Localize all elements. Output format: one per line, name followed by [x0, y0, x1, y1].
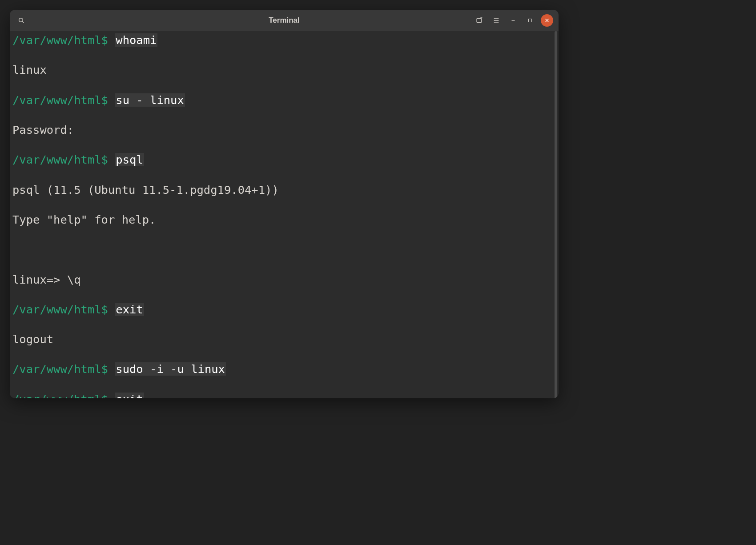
output-line: Password: — [12, 123, 551, 138]
shell-prompt: /var/www/html$ — [12, 362, 108, 376]
prompt-line: /var/www/html$ whoami — [12, 33, 551, 48]
prompt-line: /var/www/html$ exit — [12, 392, 551, 398]
shell-prompt: /var/www/html$ — [12, 93, 108, 107]
scrollbar[interactable] — [553, 31, 559, 398]
prompt-line: /var/www/html$ psql — [12, 152, 551, 168]
minimize-button[interactable] — [507, 14, 519, 27]
terminal-viewport: /var/www/html$ whoami linux /var/www/htm… — [10, 31, 559, 398]
psql-prompt-line: linux=> \q — [12, 272, 551, 288]
prompt-line: /var/www/html$ sudo -i -u linux — [12, 362, 551, 377]
new-tab-icon[interactable] — [473, 14, 486, 27]
svg-line-1 — [22, 21, 24, 23]
maximize-button[interactable] — [524, 14, 536, 27]
search-icon[interactable] — [15, 14, 28, 27]
close-button[interactable] — [541, 14, 553, 27]
blank-line — [12, 242, 551, 257]
shell-command: psql — [115, 153, 144, 166]
shell-prompt: /var/www/html$ — [12, 393, 108, 398]
output-line: psql (11.5 (Ubuntu 11.5-1.pgdg19.04+1)) — [12, 183, 551, 198]
titlebar[interactable]: Terminal — [10, 10, 559, 31]
shell-prompt: /var/www/html$ — [12, 33, 108, 47]
prompt-line: /var/www/html$ su - linux — [12, 93, 551, 108]
terminal-window: Terminal — [10, 10, 559, 398]
scrollbar-thumb[interactable] — [555, 31, 557, 398]
terminal-output[interactable]: /var/www/html$ whoami linux /var/www/htm… — [10, 31, 553, 398]
shell-command: whoami — [115, 33, 157, 47]
output-line: linux — [12, 63, 551, 78]
prompt-line: /var/www/html$ exit — [12, 302, 551, 317]
svg-point-0 — [19, 18, 23, 22]
output-line: Type "help" for help. — [12, 212, 551, 228]
hamburger-menu-icon[interactable] — [490, 14, 503, 27]
svg-rect-9 — [529, 19, 532, 22]
shell-prompt: /var/www/html$ — [12, 153, 108, 166]
shell-command: exit — [115, 303, 144, 316]
psql-prompt: linux=> — [12, 273, 67, 286]
shell-command: sudo -i -u linux — [115, 362, 226, 376]
shell-prompt: /var/www/html$ — [12, 303, 108, 316]
shell-command: exit — [115, 393, 144, 398]
shell-command: su - linux — [115, 93, 185, 107]
window-title: Terminal — [269, 16, 300, 24]
psql-command: \q — [67, 273, 81, 286]
svg-rect-2 — [477, 18, 482, 22]
output-line: logout — [12, 332, 551, 347]
